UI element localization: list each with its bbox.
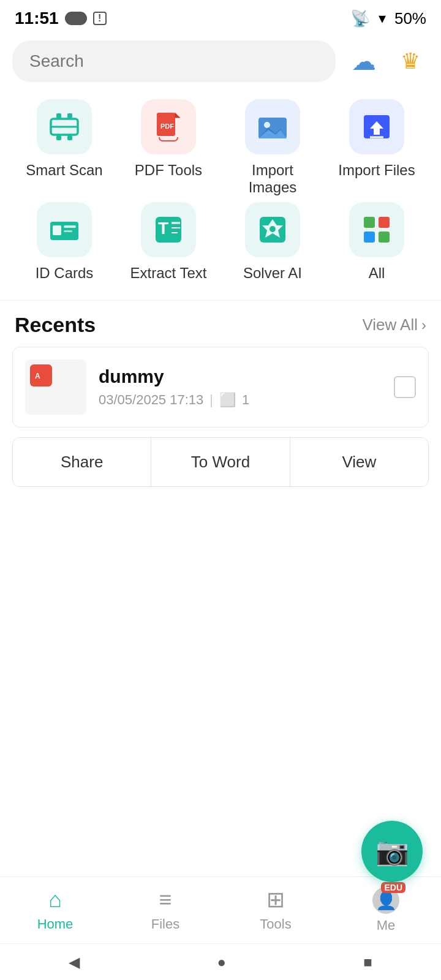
grid-item-pdf-tools[interactable]: PDF PDF Tools: [123, 99, 214, 196]
nav-item-home[interactable]: ⌂ Home: [0, 887, 110, 933]
all-icon-wrap: [349, 202, 404, 257]
home-icon: ⌂: [48, 887, 62, 913]
view-all-button[interactable]: View All ›: [362, 315, 426, 334]
svg-rect-2: [56, 113, 61, 118]
status-time: 11:51: [15, 9, 59, 28]
svg-rect-27: [364, 217, 375, 228]
chevron-right-icon: ›: [421, 317, 426, 334]
svg-text:PDF: PDF: [160, 123, 174, 130]
me-avatar-wrap: 👤 EDU: [372, 887, 399, 914]
svg-rect-16: [53, 225, 61, 235]
camera-fab-button[interactable]: 📷: [361, 821, 423, 882]
android-back-button[interactable]: ◀: [69, 954, 80, 971]
meta-separator: |: [209, 392, 213, 408]
import-images-icon: [256, 110, 289, 143]
recent-info: dummy 03/05/2025 17:13 | ⬜ 1: [99, 366, 382, 408]
import-images-label: Import Images: [227, 162, 318, 196]
cloud-button[interactable]: ☁: [345, 43, 382, 80]
all-label: All: [369, 265, 385, 282]
tools-icon: ⊞: [266, 887, 285, 913]
nav-tools-label: Tools: [260, 916, 291, 932]
nav-files-label: Files: [151, 916, 179, 932]
pdf-mini-icon: A: [34, 369, 48, 382]
view-button[interactable]: View: [290, 438, 428, 486]
bottom-navigation: ⌂ Home ≡ Files ⊞ Tools 👤 EDU Me: [0, 876, 441, 943]
extract-text-icon: T: [152, 213, 185, 246]
android-recent-button[interactable]: ■: [363, 954, 372, 971]
recent-item-checkbox[interactable]: [394, 376, 416, 398]
import-images-icon-wrap: [245, 99, 300, 154]
id-cards-label: ID Cards: [36, 265, 94, 282]
recent-pages: 1: [242, 392, 249, 408]
grid-item-import-files[interactable]: Import Files: [331, 99, 423, 196]
all-icon: [360, 213, 393, 246]
edu-badge: EDU: [381, 882, 405, 893]
share-button[interactable]: Share: [13, 438, 151, 486]
status-pill-icon: [65, 12, 87, 25]
solver-ai-label: Solver AI: [243, 265, 302, 282]
grid-item-all[interactable]: All: [331, 202, 423, 282]
grid-item-id-cards[interactable]: ID Cards: [18, 202, 110, 282]
crown-icon: ♛: [401, 48, 420, 74]
svg-rect-28: [379, 217, 390, 228]
svg-text:A: A: [35, 372, 40, 380]
extract-text-icon-wrap: T: [141, 202, 196, 257]
grid-row-2: ID Cards T Extract Text: [12, 202, 429, 282]
android-home-button[interactable]: ●: [217, 954, 226, 971]
svg-rect-5: [67, 135, 72, 140]
nav-item-files[interactable]: ≡ Files: [110, 887, 221, 933]
cast-icon: 📡: [350, 9, 370, 28]
battery-indicator: 50%: [394, 9, 426, 28]
grid-item-extract-text[interactable]: T Extract Text: [123, 202, 214, 282]
svg-rect-29: [364, 232, 375, 243]
nav-item-me[interactable]: 👤 EDU Me: [331, 887, 441, 933]
recent-file-name: dummy: [99, 366, 382, 387]
pdf-tools-icon: PDF: [152, 110, 185, 143]
recent-thumbnail: A: [25, 360, 86, 415]
status-right: 📡 ▾ 50%: [350, 9, 426, 28]
extract-text-label: Extract Text: [130, 265, 207, 282]
recent-item: A dummy 03/05/2025 17:13 | ⬜ 1: [12, 347, 429, 428]
search-bar-container: ☁ ♛: [0, 34, 441, 93]
recents-title: Recents: [15, 313, 96, 337]
wifi-icon: ▾: [379, 10, 386, 27]
solver-ai-icon: [256, 213, 289, 246]
to-word-button[interactable]: To Word: [151, 438, 290, 486]
svg-rect-4: [56, 135, 61, 140]
crown-button[interactable]: ♛: [392, 43, 429, 80]
recent-file-meta: 03/05/2025 17:13 | ⬜ 1: [99, 392, 382, 408]
grid-row-1: Smart Scan PDF PDF Tools: [12, 99, 429, 196]
import-files-icon-wrap: [349, 99, 404, 154]
recents-header: Recents View All ›: [0, 301, 441, 347]
svg-text:T: T: [158, 219, 168, 238]
status-exclaim-icon: !: [93, 12, 107, 25]
svg-rect-30: [379, 232, 390, 243]
import-files-icon: [360, 110, 393, 143]
svg-rect-17: [64, 225, 76, 228]
nav-item-tools[interactable]: ⊞ Tools: [221, 887, 331, 933]
files-icon: ≡: [159, 887, 172, 913]
import-files-label: Import Files: [338, 162, 415, 179]
view-all-label: View All: [362, 315, 418, 334]
recent-date: 03/05/2025 17:13: [99, 392, 203, 408]
grid-item-import-images[interactable]: Import Images: [227, 99, 318, 196]
android-nav-bar: ◀ ● ■: [0, 943, 441, 980]
action-buttons-row: Share To Word View: [12, 437, 429, 487]
svg-rect-3: [67, 113, 72, 118]
camera-icon: 📷: [375, 835, 409, 867]
solver-ai-icon-wrap: [245, 202, 300, 257]
status-left: 11:51 !: [15, 9, 107, 28]
pdf-tools-label: PDF Tools: [135, 162, 202, 179]
pdf-tools-icon-wrap: PDF: [141, 99, 196, 154]
smart-scan-icon: [48, 110, 81, 143]
cloud-icon: ☁: [352, 47, 376, 75]
page-count-icon: ⬜: [219, 392, 236, 408]
svg-point-9: [264, 122, 270, 128]
grid-item-smart-scan[interactable]: Smart Scan: [18, 99, 110, 196]
id-cards-icon-wrap: [37, 202, 92, 257]
smart-scan-icon-wrap: [37, 99, 92, 154]
grid-item-solver-ai[interactable]: Solver AI: [227, 202, 318, 282]
id-cards-icon: [48, 213, 81, 246]
search-input[interactable]: [12, 40, 336, 82]
smart-scan-label: Smart Scan: [26, 162, 102, 179]
